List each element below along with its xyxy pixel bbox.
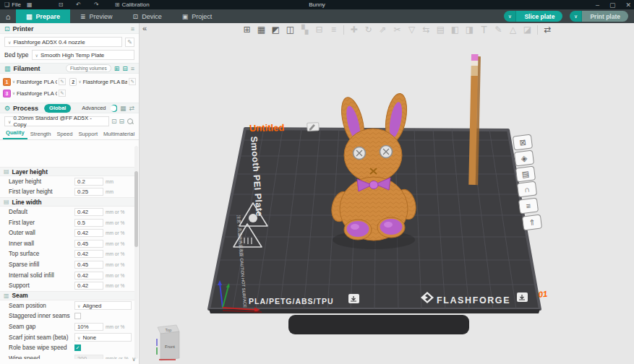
internal-solid-infill-line-width-input[interactable]: 0.42 xyxy=(74,272,103,280)
flush-matrix-icon[interactable]: ▦ xyxy=(120,105,127,112)
plate-marker-list-icon[interactable]: ▤ xyxy=(515,165,536,182)
first-layer-height-input[interactable]: 0.25 xyxy=(74,188,103,196)
slice-plate-button[interactable]: ∨ Slice plate xyxy=(504,11,562,22)
scroll-down-chevron-icon[interactable]: ∨ xyxy=(132,356,136,363)
close-button[interactable]: ✕ xyxy=(625,1,631,9)
filament-1-edit-button[interactable]: ✎ xyxy=(59,78,66,85)
seam-group-header[interactable]: ▥ Seam xyxy=(0,291,134,300)
tab-preview[interactable]: ≣ Preview xyxy=(70,9,123,23)
slice-dropdown-chevron-icon[interactable]: ∨ xyxy=(504,11,516,22)
collapse-sidebar-icon[interactable]: « xyxy=(142,24,147,32)
tab-quality[interactable]: Quality xyxy=(3,129,27,139)
search-icon[interactable] xyxy=(127,118,134,126)
tab-multimaterial[interactable]: Multimaterial xyxy=(100,131,137,139)
undo-icon[interactable]: ↶ xyxy=(76,1,81,8)
auto-orient-icon[interactable]: ◩ xyxy=(270,24,282,35)
toggle-global[interactable]: Global xyxy=(44,104,71,113)
save-icon[interactable]: ⊡ xyxy=(59,1,64,8)
filament-2-edit-button[interactable]: ✎ xyxy=(129,78,136,85)
tab-strength[interactable]: Strength xyxy=(27,131,54,139)
minimize-button[interactable]: – xyxy=(596,1,599,9)
add-model-icon[interactable]: ⊞ xyxy=(241,24,253,35)
chevron-down-icon: ∨ xyxy=(35,53,38,58)
maximize-button[interactable]: ▢ xyxy=(609,1,616,9)
scarf-joint-seam-select[interactable]: ∨ None xyxy=(74,333,132,342)
tab-device[interactable]: ⊡ Device xyxy=(123,9,172,23)
redo-icon[interactable]: ↷ xyxy=(94,1,99,8)
home-button[interactable]: ⌂ xyxy=(0,9,16,23)
line-width-group-header[interactable]: ▤ Line width xyxy=(0,197,134,207)
layer-height-group-header[interactable]: ▤ Layer height xyxy=(0,167,134,176)
scrollbar-thumb[interactable] xyxy=(134,171,138,247)
rename-plate-icon[interactable] xyxy=(307,123,320,131)
advanced-toggle[interactable] xyxy=(111,105,117,112)
printer-preset-select[interactable]: ∨ Flashforge AD5X 0.4 nozzle xyxy=(4,37,122,47)
filament-3-edit-button[interactable]: ✎ xyxy=(59,90,66,97)
home-icon: ⌂ xyxy=(6,12,11,21)
filament-item-1[interactable]: 1 ∨ Flashforge PLA G... ✎ xyxy=(3,78,69,86)
plate-marker-diamond-icon[interactable]: ◈ xyxy=(514,150,534,166)
add-filament-icon[interactable]: ⊞ xyxy=(114,65,120,72)
toggle-objects[interactable]: Objects xyxy=(71,104,72,113)
remove-filament-icon[interactable]: ⊟ xyxy=(122,65,128,72)
global-objects-toggle[interactable]: Global Objects xyxy=(44,104,72,113)
keyboard-shortcuts-icon[interactable]: ▦ xyxy=(27,1,33,8)
plate-marker-arch-icon[interactable]: ∩ xyxy=(517,181,537,197)
plate-marker-crossed-box-icon[interactable]: ⊠ xyxy=(513,134,533,150)
inner-wall-line-width-input[interactable]: 0.45 xyxy=(74,240,103,248)
bed-type-select[interactable]: ∨ Smooth High Temp Plate xyxy=(32,50,134,60)
first-layer-line-width-input[interactable]: 0.5 xyxy=(74,219,103,227)
top-surface-line-width-input[interactable]: 0.42 xyxy=(74,250,103,258)
chevron-down-icon: ∨ xyxy=(77,303,80,308)
filament-2-color-badge[interactable]: 2 xyxy=(69,78,77,86)
calibration-menu[interactable]: ⊞ Calibration xyxy=(115,1,150,8)
arrange-icon[interactable]: ◫ xyxy=(284,24,296,35)
filament-item-2[interactable]: 2 ∨ Flashforge PLA Basic ✎ xyxy=(69,78,136,86)
navcube-top-label[interactable]: Top xyxy=(166,328,172,332)
device-icon: ⊡ xyxy=(133,13,139,20)
support-line-width-input[interactable]: 0.42 xyxy=(74,282,103,290)
front-right-marker-icon xyxy=(517,292,528,302)
param-unit: mm or % xyxy=(106,209,132,214)
tab-support[interactable]: Support xyxy=(75,131,100,139)
plate-marker-sliders-icon[interactable]: ≡ xyxy=(518,197,539,214)
flushing-volumes-button[interactable]: Flushing volumes xyxy=(66,64,111,72)
role-base-wipe-speed-checkbox[interactable]: ✓ xyxy=(74,344,81,351)
panel-scrollbar[interactable] xyxy=(134,146,138,359)
seam-position-select[interactable]: ∨ Aligned xyxy=(74,301,132,310)
chevron-down-icon: ∨ xyxy=(12,79,15,84)
printer-settings-sliders-icon[interactable]: ≡ xyxy=(131,25,134,32)
param-label: Default xyxy=(9,209,74,215)
delete-preset-icon[interactable]: ⊟ xyxy=(119,118,124,125)
layer-height-input[interactable]: 0.2 xyxy=(74,178,103,186)
outer-wall-line-width-input[interactable]: 0.42 xyxy=(74,229,103,237)
assembly-view-icon[interactable]: ⇄ xyxy=(541,24,554,35)
filament-settings-sliders-icon[interactable]: ≡ xyxy=(131,65,134,72)
nav-cube[interactable]: Top Front xyxy=(157,325,179,360)
sparse-infill-line-width-input[interactable]: 0.45 xyxy=(74,261,103,269)
plate-name[interactable]: Untitled xyxy=(249,122,285,134)
printer-edit-button[interactable]: ✎ xyxy=(125,38,134,47)
filament-item-3[interactable]: 3 ∨ Flashforge PLA G... ✎ xyxy=(3,90,69,98)
print-dropdown-chevron-icon[interactable]: ∨ xyxy=(570,11,582,22)
viewport-3d[interactable]: « ⊞ ▦ ◩ ◫ ▚ ⊟ ≡ ✚ ↻ ⇗ ✂ ▽ ⇆ ▤ ◧ ◨ T ✎ △ … xyxy=(140,23,634,364)
wipe-speed-input[interactable]: 200 xyxy=(74,355,103,359)
scene-svg[interactable]: Untitled Smooth PEI Plate 注意：高温的热床表面 CAU… xyxy=(140,23,634,364)
save-preset-icon[interactable]: ⊡ xyxy=(111,118,117,125)
file-menu[interactable]: ❏ File xyxy=(4,1,21,8)
add-plate-icon[interactable]: ▦ xyxy=(255,24,267,35)
tab-speed[interactable]: Speed xyxy=(53,131,75,139)
staggered-inner-seams-checkbox[interactable] xyxy=(74,313,81,319)
tab-project[interactable]: ▣ Project xyxy=(172,9,223,23)
filament-3-color-badge[interactable]: 3 xyxy=(3,90,11,98)
filament-1-color-badge[interactable]: 1 xyxy=(3,78,11,86)
process-preset-select[interactable]: ∨ 0.20mm Standard @FF AD5X - Copy xyxy=(4,116,109,126)
default-line-width-input[interactable]: 0.42 xyxy=(74,208,103,216)
print-plate-button[interactable]: ∨ Print plate xyxy=(570,11,628,22)
plate-marker-arrow-up-icon[interactable]: ⇑ xyxy=(522,214,542,230)
param-unit: mm xyxy=(106,189,132,194)
tab-prepare[interactable]: ▥ Prepare xyxy=(16,9,70,23)
seam-gap-input[interactable]: 10% xyxy=(74,323,103,331)
navcube-front-label[interactable]: Front xyxy=(165,344,175,349)
sync-icon[interactable]: ⇄ xyxy=(129,105,134,112)
